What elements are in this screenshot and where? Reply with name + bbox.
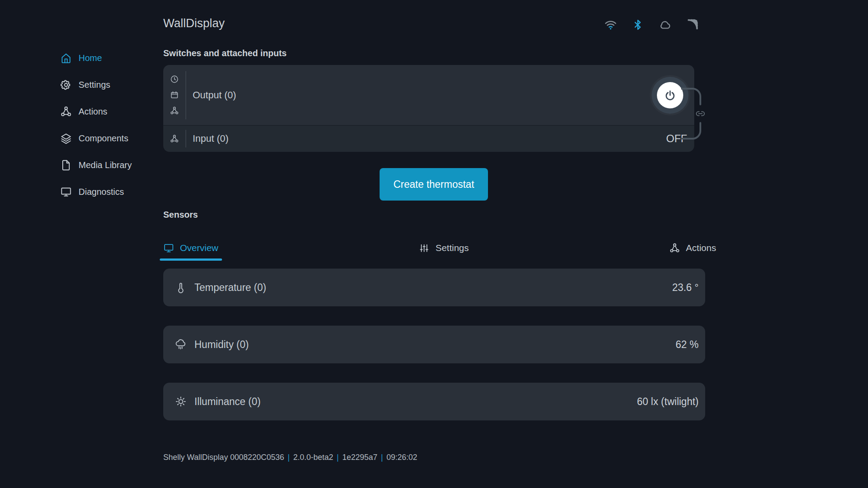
create-thermostat-button[interactable]: Create thermostat	[380, 168, 488, 201]
power-button[interactable]	[657, 82, 683, 108]
sensor-value: 60 lx (twilight)	[637, 396, 705, 408]
footer-build: 1e2295a7	[342, 453, 377, 462]
tab-actions[interactable]: Actions	[669, 243, 716, 254]
input-icon-column	[163, 134, 186, 144]
tab-label: Actions	[686, 243, 716, 253]
sliders-icon	[419, 243, 430, 254]
sensor-label: Illuminance (0)	[194, 396, 261, 408]
switches-heading: Switches and attached inputs	[163, 48, 287, 58]
tab-overview[interactable]: Overview	[163, 243, 219, 254]
sensor-row-illuminance[interactable]: Illuminance (0) 60 lx (twilight)	[163, 383, 705, 420]
monitor-icon	[60, 186, 72, 198]
page-title: WallDisplay	[163, 17, 225, 30]
tab-settings[interactable]: Settings	[419, 243, 469, 254]
input-label: Input (0)	[193, 133, 229, 144]
sensor-row-humidity[interactable]: Humidity (0) 62 %	[163, 326, 705, 363]
layers-icon	[60, 133, 72, 144]
sensor-value: 23.6 °	[672, 282, 705, 294]
actions-icon	[170, 134, 179, 144]
output-row[interactable]: Output (0)	[163, 65, 694, 125]
output-label: Output (0)	[193, 90, 236, 101]
sidebar-item-label: Components	[79, 133, 128, 144]
input-row[interactable]: Input (0) OFF	[163, 126, 694, 152]
footer-separator: |	[288, 453, 290, 462]
device-info-footer: Shelly WallDisplay 0008220C0536|2.0.0-be…	[163, 453, 417, 462]
sun-icon	[175, 395, 187, 408]
monitor-icon	[163, 243, 174, 254]
sensor-label: Temperature (0)	[194, 282, 266, 294]
calendar-icon	[170, 90, 179, 100]
sensor-label: Humidity (0)	[194, 339, 249, 351]
gear-icon	[60, 79, 72, 91]
file-icon	[60, 159, 72, 171]
status-bar	[604, 18, 699, 31]
switches-card: Output (0) Input (0) OFF	[163, 65, 694, 152]
actions-icon	[170, 106, 179, 115]
sidebar-item-label: Home	[79, 53, 102, 63]
output-input-link-connector	[681, 87, 707, 147]
wifi-icon	[604, 18, 617, 31]
clock-icon	[170, 75, 179, 84]
sidebar-item-components[interactable]: Components	[60, 129, 132, 147]
sensor-row-temperature[interactable]: Temperature (0) 23.6 °	[163, 269, 705, 306]
sidebar-item-diagnostics[interactable]: Diagnostics	[60, 183, 132, 201]
sidebar-item-settings[interactable]: Settings	[60, 76, 132, 93]
footer-separator: |	[337, 453, 339, 462]
sidebar-item-media-library[interactable]: Media Library	[60, 156, 132, 174]
sensors-heading: Sensors	[163, 210, 198, 220]
divider	[186, 71, 186, 119]
sidebar-item-home[interactable]: Home	[60, 49, 132, 67]
sidebar-item-actions[interactable]: Actions	[60, 103, 132, 120]
thermometer-icon	[175, 281, 187, 294]
divider	[186, 130, 186, 147]
cloud-icon	[659, 18, 671, 31]
output-icon-column	[163, 75, 186, 115]
walldisplay-app: WallDisplay	[0, 0, 868, 488]
bluetooth-icon	[631, 18, 644, 31]
sensor-value: 62 %	[676, 339, 705, 351]
footer-time: 09:26:02	[387, 453, 417, 462]
sidebar-item-label: Media Library	[79, 160, 132, 170]
humidity-icon	[175, 338, 187, 351]
home-icon	[60, 52, 72, 64]
sidebar-item-label: Settings	[79, 80, 110, 90]
tab-label: Overview	[180, 243, 219, 253]
tab-label: Settings	[435, 243, 469, 253]
link-icon	[696, 112, 704, 116]
broadcast-icon	[686, 18, 699, 31]
actions-icon	[669, 243, 680, 254]
sidebar: Home Settings Actions	[60, 49, 132, 201]
footer-separator: |	[381, 453, 383, 462]
sidebar-item-label: Actions	[79, 107, 108, 117]
actions-icon	[60, 106, 72, 118]
footer-version: 2.0.0-beta2	[293, 453, 333, 462]
footer-device: Shelly WallDisplay 0008220C0536	[163, 453, 284, 462]
sidebar-item-label: Diagnostics	[79, 187, 124, 197]
sensors-tabs: Overview Settings Actions	[163, 239, 716, 257]
